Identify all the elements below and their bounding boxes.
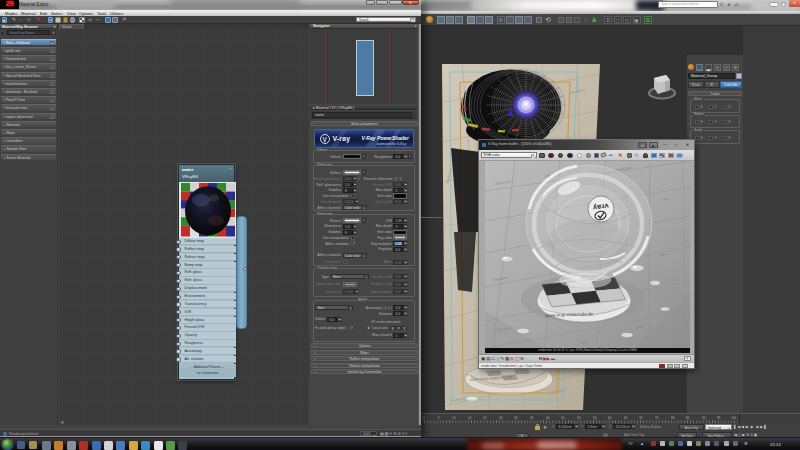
svg-text:25: 25 <box>499 416 503 420</box>
svg-text:40: 40 <box>546 416 550 420</box>
svg-text:100: 100 <box>731 416 736 420</box>
svg-text:50: 50 <box>577 416 581 420</box>
svg-text:35: 35 <box>530 416 534 420</box>
svg-text:80: 80 <box>671 416 675 420</box>
svg-text:30: 30 <box>514 416 518 420</box>
svg-text:70: 70 <box>639 416 643 420</box>
svg-text:5: 5 <box>438 416 440 420</box>
svg-text:15: 15 <box>468 416 472 420</box>
svg-text:20: 20 <box>483 416 487 420</box>
svg-text:85: 85 <box>686 416 690 420</box>
svg-text:55: 55 <box>593 416 597 420</box>
svg-text:95: 95 <box>717 416 721 420</box>
svg-text:65: 65 <box>624 416 628 420</box>
svg-text:60: 60 <box>608 416 612 420</box>
svg-text:45: 45 <box>561 416 565 420</box>
svg-text:90: 90 <box>702 416 706 420</box>
svg-text:75: 75 <box>655 416 659 420</box>
svg-text:0: 0 <box>423 416 425 420</box>
svg-text:10: 10 <box>452 416 456 420</box>
